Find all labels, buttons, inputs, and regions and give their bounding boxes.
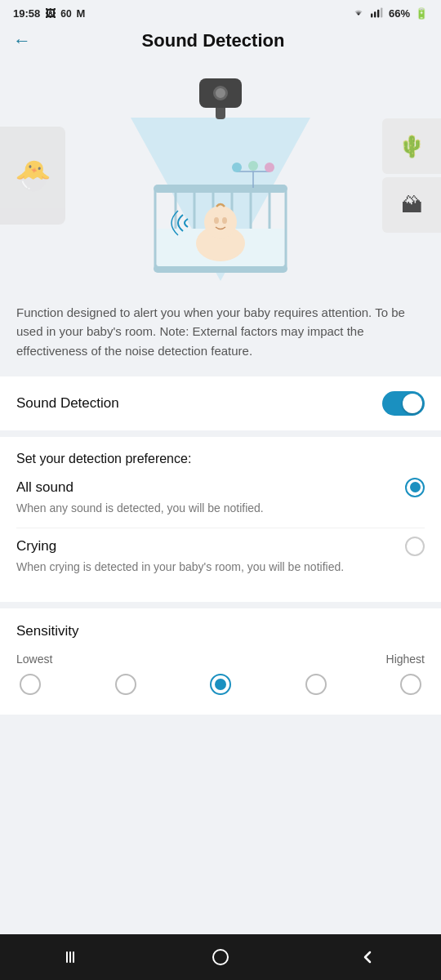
sensitivity-level-4[interactable] [305,674,327,695]
sensitivity-card: Sensitivity Lowest Highest [0,608,441,715]
nav-menu-button[interactable] [49,941,98,973]
all-sound-option: All sound When any sound is detected, yo… [16,478,425,517]
battery-percent: 66% [389,7,410,20]
status-left: 19:58 🖼 60 M [13,7,85,20]
svg-rect-24 [69,951,71,963]
svg-rect-11 [154,185,287,193]
all-sound-radio[interactable] [405,478,425,497]
svg-rect-3 [381,7,382,17]
sensitivity-level-3[interactable] [210,674,231,695]
preference-heading: Set your detection preference: [16,452,425,466]
hero-center [131,78,310,281]
sensitivity-level-1[interactable] [20,674,41,695]
gmail-icon: M [77,7,86,20]
cactus-icon: 🌵 [399,134,425,159]
hero-area: 🐣 [0,61,441,290]
svg-rect-1 [374,11,376,17]
all-sound-label: All sound [16,479,74,496]
svg-point-16 [214,217,219,224]
hero-deco-cactus: 🌵 [382,118,441,174]
nav-back-button[interactable] [343,941,392,973]
description-text: Function designed to alert you when your… [16,303,425,360]
battery-icon: 🔋 [415,7,428,20]
sensitivity-labels: Lowest Highest [16,653,425,666]
nav-home-button[interactable] [196,941,245,973]
app-icon-60: 60 [60,8,71,20]
crying-option: Crying When crying is detected in your b… [16,537,425,576]
status-time: 19:58 [13,7,40,20]
all-sound-row[interactable]: All sound [16,478,425,497]
svg-rect-0 [371,14,372,18]
svg-point-20 [232,163,242,172]
svg-point-22 [265,163,274,172]
status-bar: 19:58 🖼 60 M 66% 🔋 [0,0,441,24]
svg-rect-2 [377,10,379,18]
description-section: Function designed to alert you when your… [0,290,441,376]
svg-rect-26 [213,950,228,964]
crib-scene [139,122,302,281]
sensitivity-lowest-label: Lowest [16,653,52,666]
sensitivity-highest-label: Highest [386,653,425,666]
status-right: 66% 🔋 [351,7,428,20]
svg-rect-23 [66,951,68,963]
camera-icon [199,78,242,119]
camera-body [199,78,242,108]
sensitivity-level-5[interactable] [400,674,421,695]
camera-lens [213,86,228,100]
option-divider [16,528,425,528]
svg-point-21 [248,161,258,171]
sound-detection-toggle[interactable] [382,391,425,416]
crying-desc: When crying is detected in your baby's r… [16,559,425,576]
sensitivity-level-2[interactable] [115,674,136,695]
page-title: Sound Detection [31,30,395,51]
hero-side-left: 🐣 [0,127,65,225]
toggle-row: Sound Detection [16,391,425,416]
header: ← Sound Detection [0,24,441,61]
mountain-icon: 🏔 [401,193,422,218]
sensitivity-radios [16,674,425,695]
svg-rect-25 [73,951,74,963]
back-button[interactable]: ← [13,30,31,51]
bottom-nav [0,934,441,980]
baby-monitor-side-icon: 🐣 [15,158,51,193]
svg-point-17 [222,217,227,224]
signal-icon [371,7,384,20]
preference-card: Set your detection preference: All sound… [0,437,441,602]
svg-point-15 [204,206,237,238]
crying-row[interactable]: Crying [16,537,425,556]
crying-radio[interactable] [405,537,425,556]
nav-spacer [0,721,441,778]
crying-label: Crying [16,538,56,555]
sound-detection-card: Sound Detection [0,376,441,430]
hero-side-right: 🌵 🏔 [382,118,441,233]
hero-deco-mountain: 🏔 [382,177,441,233]
all-sound-desc: When any sound is detected, you will be … [16,501,425,517]
sensitivity-heading: Sensitivity [16,623,425,639]
camera-mount [216,108,225,119]
wifi-icon [351,7,366,20]
toggle-label: Sound Detection [16,395,119,412]
gallery-icon: 🖼 [45,7,56,20]
